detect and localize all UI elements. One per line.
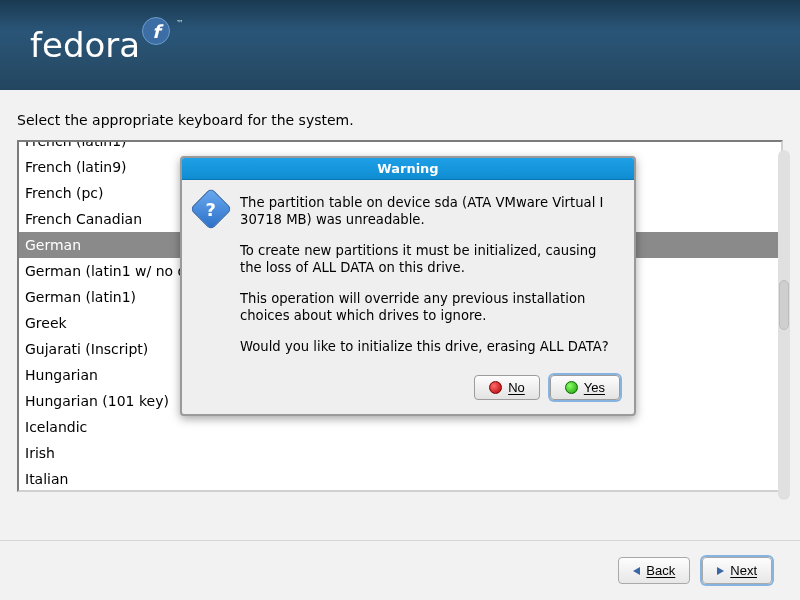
dialog-title: Warning xyxy=(182,158,634,180)
trademark: ™ xyxy=(176,19,184,28)
dialog-paragraph: The partition table on device sda (ATA V… xyxy=(240,194,618,228)
dialog-paragraph: This operation will override any previou… xyxy=(240,290,618,324)
question-icon: ? xyxy=(190,188,232,230)
brand-text: fedora xyxy=(30,25,140,65)
keyboard-list-item[interactable]: Italian xyxy=(19,466,781,492)
red-dot-icon xyxy=(489,381,502,394)
scrollbar-thumb[interactable] xyxy=(779,280,789,330)
next-button[interactable]: Next xyxy=(702,557,772,584)
back-button-label: Back xyxy=(646,563,675,578)
keyboard-list-item[interactable]: Irish xyxy=(19,440,781,466)
yes-button-label: Yes xyxy=(584,380,605,395)
dialog-button-row: No Yes xyxy=(182,369,634,414)
arrow-left-icon xyxy=(633,567,640,575)
yes-button[interactable]: Yes xyxy=(550,375,620,400)
green-dot-icon xyxy=(565,381,578,394)
no-button-label: No xyxy=(508,380,525,395)
arrow-right-icon xyxy=(717,567,724,575)
warning-dialog: Warning ? The partition table on device … xyxy=(180,156,636,416)
next-button-label: Next xyxy=(730,563,757,578)
dialog-paragraph: To create new partitions it must be init… xyxy=(240,242,618,276)
keyboard-list-item[interactable]: French (latin1) xyxy=(19,140,781,154)
fedora-logo: fedora ™ xyxy=(30,25,184,65)
no-button[interactable]: No xyxy=(474,375,540,400)
installer-header: fedora ™ xyxy=(0,0,800,90)
dialog-message: The partition table on device sda (ATA V… xyxy=(240,194,618,361)
keyboard-list-item[interactable]: Icelandic xyxy=(19,414,781,440)
fedora-bubble-icon xyxy=(142,17,170,45)
back-button[interactable]: Back xyxy=(618,557,690,584)
window-scrollbar[interactable] xyxy=(778,150,790,500)
dialog-paragraph: Would you like to initialize this drive,… xyxy=(240,338,618,355)
instruction-text: Select the appropriate keyboard for the … xyxy=(17,112,783,128)
footer-bar: Back Next xyxy=(0,540,800,600)
